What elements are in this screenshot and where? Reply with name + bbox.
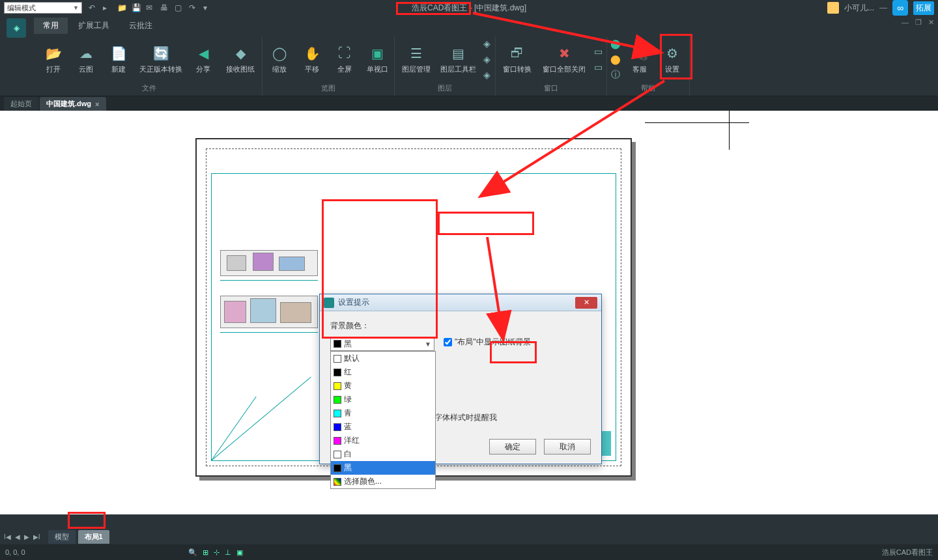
dd-yellow[interactable]: 黄 xyxy=(331,379,435,393)
dd-red[interactable]: 红 xyxy=(331,365,435,379)
layouttab-model[interactable]: 模型 xyxy=(48,530,76,544)
help-small2-icon[interactable]: ⬤ xyxy=(608,52,623,66)
dialog-body: 背景颜色： 黑 ▼ 默认 红 黄 绿 青 蓝 洋红 白 黑 xyxy=(320,311,601,432)
layout-tab-bar: I◀ ◀ ▶ ▶I 模型 布局1 xyxy=(0,529,938,544)
tool-snap-icon[interactable]: ⊹ xyxy=(214,548,220,557)
inner-close-icon[interactable]: ✕ xyxy=(928,18,934,27)
layer-small2-icon[interactable]: ◈ xyxy=(479,52,494,66)
tianzheng-button[interactable]: 🔄天正版本转换 xyxy=(135,36,186,82)
qat-mail-icon[interactable]: ✉ xyxy=(146,3,155,12)
dd-black[interactable]: 黑 xyxy=(331,461,435,475)
cancel-button[interactable]: 取消 xyxy=(544,439,591,455)
dialog-title-text: 设置提示 xyxy=(338,297,369,308)
dd-white[interactable]: 白 xyxy=(331,447,435,461)
status-bar: 0, 0, 0 🔍 ⊞ ⊹ ⊥ ▣ 浩辰CAD看图王 xyxy=(0,544,938,560)
doctab-start[interactable]: 起始页 xyxy=(4,97,38,111)
ribbon-group-view: ◯缩放 ✋平移 ⛶全屏 ▣单视口 览图 xyxy=(263,36,395,96)
receive-button[interactable]: ◆接收图纸 xyxy=(220,36,261,82)
brand-label: 浩辰CAD看图王 xyxy=(882,548,933,557)
doctab-close-icon[interactable]: × xyxy=(95,100,99,108)
user-avatar-icon[interactable] xyxy=(827,2,839,14)
window-controls: — ❐ ✕ xyxy=(902,18,934,27)
window-switch-button[interactable]: 🗗窗口转换 xyxy=(497,36,537,82)
dialog-close-button[interactable]: ✕ xyxy=(575,297,597,309)
qat-save-icon[interactable]: 💾 xyxy=(132,3,141,12)
menutab-extend[interactable]: 扩展工具 xyxy=(69,18,119,34)
ok-button[interactable]: 确定 xyxy=(489,439,536,455)
title-bar: 编辑模式 ▼ ↶ ▸ 📁 💾 ✉ 🖶 ▢ ↷ ▾ 浩辰CAD看图王 - [中国建… xyxy=(0,0,938,16)
extend-badge[interactable]: 拓展 xyxy=(913,1,934,15)
support-button[interactable]: 📞客服 xyxy=(624,36,655,82)
pan-button[interactable]: ✋平移 xyxy=(296,36,328,82)
inner-min-icon[interactable]: — xyxy=(902,18,909,27)
new-file-icon: 📄 xyxy=(110,45,127,62)
layouttab-layout1[interactable]: 布局1 xyxy=(78,530,109,544)
settings-button[interactable]: ⚙设置 xyxy=(657,36,688,82)
nav-last-icon[interactable]: ▶I xyxy=(33,533,40,540)
status-tools: 🔍 ⊞ ⊹ ⊥ ▣ xyxy=(188,548,243,557)
qat-print-icon[interactable]: 🖶 xyxy=(160,3,169,12)
dialog-titlebar[interactable]: 设置提示 ✕ xyxy=(320,294,601,311)
ribbon: 📂打开 ☁云图 📄新建 🔄天正版本转换 ◀分享 ◆接收图纸 文件 ◯缩放 ✋平移… xyxy=(0,36,938,96)
qat-export-icon[interactable]: ▢ xyxy=(175,3,184,12)
inner-restore-icon[interactable]: ❐ xyxy=(915,18,922,27)
window-closeall-button[interactable]: ✖窗口全部关闭 xyxy=(539,36,590,82)
minimize-icon[interactable]: — xyxy=(879,3,887,12)
viewport-button[interactable]: ▣单视口 xyxy=(362,36,393,82)
dd-magenta[interactable]: 洋红 xyxy=(331,434,435,447)
drawing-canvas[interactable]: 设置提示 ✕ 背景颜色： 黑 ▼ 默认 红 黄 绿 青 蓝 洋红 xyxy=(0,111,938,514)
share-button[interactable]: ◀分享 xyxy=(188,36,219,82)
ribbon-group-window: 🗗窗口转换 ✖窗口全部关闭 ▭ ▭ 窗口 xyxy=(496,36,607,96)
dd-blue[interactable]: 蓝 xyxy=(331,420,435,434)
qat-folder-icon[interactable]: 📁 xyxy=(117,3,126,12)
tool-grid-icon[interactable]: ⊞ xyxy=(203,548,208,557)
show-paper-bg-checkbox[interactable] xyxy=(444,338,452,346)
bg-color-label: 背景颜色： xyxy=(330,320,591,331)
nav-prev-icon[interactable]: ◀ xyxy=(15,533,20,540)
layer-manager-button[interactable]: ☰图层管理 xyxy=(396,36,436,82)
ribbon-group-layer-label: 图层 xyxy=(438,82,452,96)
dd-default[interactable]: 默认 xyxy=(331,352,435,365)
layer-small1-icon[interactable]: ◈ xyxy=(479,36,494,51)
menutab-common[interactable]: 常用 xyxy=(34,18,68,34)
tool-zoom-icon[interactable]: 🔍 xyxy=(188,548,197,557)
mode-select-value: 编辑模式 xyxy=(7,3,36,13)
cloud-badge-icon[interactable]: ∞ xyxy=(892,0,908,16)
bg-color-combobox[interactable]: 黑 ▼ 默认 红 黄 绿 青 蓝 洋红 白 黑 选择颜色... xyxy=(330,337,434,351)
help-small1-icon[interactable]: ⬤ xyxy=(608,36,623,51)
zoom-button[interactable]: ◯缩放 xyxy=(264,36,295,82)
layer-toolbar-button[interactable]: ▤图层工具栏 xyxy=(438,36,478,82)
dd-cyan[interactable]: 青 xyxy=(331,406,435,420)
viewport-icon: ▣ xyxy=(369,45,386,62)
qat-dropdown-icon[interactable]: ▾ xyxy=(203,3,212,12)
tool-layout-icon[interactable]: ▣ xyxy=(236,548,243,557)
doctab-file[interactable]: 中国建筑.dwg× xyxy=(40,97,106,111)
dialog-icon xyxy=(324,298,334,308)
dd-choose[interactable]: 选择颜色... xyxy=(331,475,435,488)
mode-select[interactable]: 编辑模式 ▼ xyxy=(4,2,82,14)
qat-open-icon[interactable]: ▸ xyxy=(103,3,112,12)
open-button[interactable]: 📂打开 xyxy=(38,36,69,82)
win-small1-icon[interactable]: ▭ xyxy=(591,44,605,59)
tool-ortho-icon[interactable]: ⊥ xyxy=(225,548,231,557)
app-logo-icon[interactable]: ◈ xyxy=(7,18,26,38)
nav-first-icon[interactable]: I◀ xyxy=(4,533,11,540)
new-button[interactable]: 📄新建 xyxy=(103,36,134,82)
window-close-icon: ✖ xyxy=(556,45,573,62)
dd-green[interactable]: 绿 xyxy=(331,393,435,406)
fullscreen-icon: ⛶ xyxy=(336,45,353,62)
win-small2-icon[interactable]: ▭ xyxy=(591,60,605,74)
fullscreen-button[interactable]: ⛶全屏 xyxy=(329,36,360,82)
qat-redo-icon[interactable]: ↷ xyxy=(189,3,198,12)
qat-undo-icon[interactable]: ↶ xyxy=(89,3,98,12)
help-small3-icon[interactable]: ⓘ xyxy=(608,68,623,82)
menutab-cloud[interactable]: 云批注 xyxy=(120,18,162,34)
cloud-button[interactable]: ☁云图 xyxy=(70,36,102,82)
receive-icon: ◆ xyxy=(232,45,249,62)
document-tabs: 起始页 中国建筑.dwg× xyxy=(0,96,938,111)
username-label[interactable]: 小可儿... xyxy=(844,3,874,14)
gear-icon: ⚙ xyxy=(664,45,681,62)
nav-next-icon[interactable]: ▶ xyxy=(24,533,29,540)
layer-small3-icon[interactable]: ◈ xyxy=(479,68,494,82)
support-icon: 📞 xyxy=(631,45,648,62)
